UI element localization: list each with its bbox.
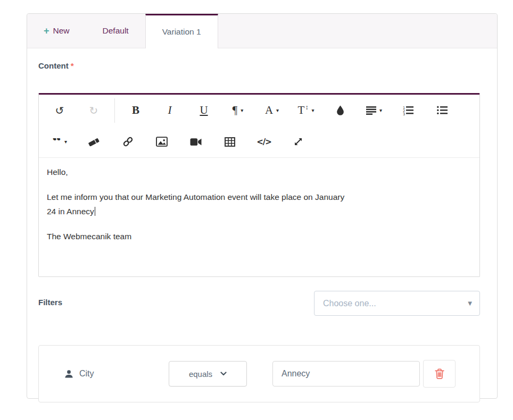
quote-icon: “ bbox=[52, 138, 61, 146]
underline-button[interactable]: U bbox=[188, 99, 219, 122]
redo-icon: ↻ bbox=[89, 104, 98, 117]
filter-value-input[interactable] bbox=[272, 361, 420, 387]
chevron-down-icon: ▾ bbox=[379, 107, 382, 113]
editor-content[interactable]: Hello, Let me inform you that our Market… bbox=[39, 158, 479, 276]
eraser-icon bbox=[88, 137, 100, 146]
tab-default[interactable]: Default bbox=[86, 14, 145, 48]
person-icon bbox=[64, 369, 73, 379]
fullscreen-button[interactable] bbox=[283, 130, 313, 154]
font-size-button[interactable]: T↕ ▾ bbox=[291, 99, 321, 122]
tab-variation-1-label: Variation 1 bbox=[162, 27, 201, 37]
unordered-list-button[interactable] bbox=[427, 99, 458, 122]
code-view-button[interactable]: </> bbox=[249, 130, 279, 154]
chevron-down-icon: ▾ bbox=[64, 139, 67, 145]
variants-panel: + New Default Variation 1 Content * ↺ bbox=[27, 13, 498, 399]
undo-button[interactable]: ↺ bbox=[44, 99, 75, 122]
tab-bar: + New Default Variation 1 bbox=[27, 14, 497, 48]
trash-icon bbox=[435, 368, 444, 379]
paragraph-icon: ¶ bbox=[233, 104, 238, 117]
italic-icon: I bbox=[168, 104, 172, 117]
content-label-text: Content bbox=[38, 61, 69, 70]
italic-button[interactable]: I bbox=[154, 99, 185, 122]
unordered-list-icon bbox=[437, 106, 448, 115]
droplet-icon bbox=[336, 105, 344, 115]
chevron-down-icon: ▾ bbox=[311, 107, 314, 113]
tab-variation-1[interactable]: Variation 1 bbox=[145, 14, 218, 48]
add-filter-placeholder: Choose one... bbox=[323, 299, 376, 308]
video-camera-icon bbox=[190, 138, 202, 146]
content-label: Content * bbox=[38, 61, 480, 70]
filters-label: Filters bbox=[38, 291, 62, 307]
code-icon: </> bbox=[256, 137, 271, 147]
rich-text-editor: ↺ ↻ B I U bbox=[38, 93, 480, 277]
insert-table-button[interactable] bbox=[214, 130, 245, 154]
tab-default-label: Default bbox=[103, 26, 129, 36]
delete-filter-button[interactable] bbox=[423, 360, 456, 388]
image-icon bbox=[156, 137, 168, 147]
toolbar-row-2: “ ▾ bbox=[39, 126, 479, 157]
chevron-down-icon bbox=[220, 372, 227, 376]
font-color-icon: A bbox=[265, 104, 273, 117]
tab-new[interactable]: + New bbox=[27, 14, 86, 48]
page: + New Default Variation 1 Content * ↺ bbox=[0, 0, 513, 420]
highlight-color-button[interactable] bbox=[325, 99, 355, 122]
font-size-icon: T↕ bbox=[298, 104, 309, 117]
required-asterisk: * bbox=[71, 61, 74, 70]
bold-button[interactable]: B bbox=[120, 99, 151, 122]
redo-button[interactable]: ↻ bbox=[78, 99, 109, 122]
underline-icon: U bbox=[200, 104, 208, 117]
filters-header: Filters Choose one... ▼ bbox=[38, 291, 480, 316]
filter-row-city: City equals bbox=[38, 345, 480, 402]
expand-arrows-icon bbox=[294, 137, 303, 146]
editor-toolbar: ↺ ↻ B I U bbox=[39, 95, 479, 158]
ordered-list-icon: 123 bbox=[403, 106, 413, 115]
toolbar-separator bbox=[114, 98, 115, 123]
filter-operator-value: equals bbox=[189, 369, 212, 379]
filter-field-name: City bbox=[79, 369, 94, 379]
text-cursor bbox=[95, 207, 95, 216]
table-icon bbox=[225, 137, 235, 147]
svg-text:3: 3 bbox=[403, 112, 405, 115]
font-color-button[interactable]: A ▾ bbox=[256, 99, 287, 122]
insert-video-button[interactable] bbox=[180, 130, 211, 154]
align-button[interactable]: ▾ bbox=[359, 99, 390, 122]
tab-new-label: New bbox=[53, 26, 70, 36]
chevron-down-icon: ▾ bbox=[276, 107, 279, 113]
toolbar-row-1: ↺ ↻ B I U bbox=[39, 95, 479, 126]
insert-image-button[interactable] bbox=[146, 130, 177, 154]
add-filter-select[interactable]: Choose one... ▼ bbox=[314, 291, 480, 316]
bold-icon: B bbox=[132, 104, 139, 117]
editor-paragraph-main: Let me inform you that our Marketing Aut… bbox=[47, 190, 471, 219]
paragraph-format-button[interactable]: ¶ ▾ bbox=[222, 99, 253, 122]
ordered-list-button[interactable]: 123 bbox=[393, 99, 424, 122]
insert-link-button[interactable] bbox=[112, 130, 143, 154]
editor-line-signature: The Webmecanik team bbox=[47, 229, 471, 243]
link-icon bbox=[122, 136, 134, 147]
align-left-icon bbox=[366, 106, 376, 115]
chevron-down-icon: ▾ bbox=[241, 107, 243, 113]
editor-line-greeting: Hello, bbox=[47, 165, 471, 179]
panel-body: Content * ↺ ↻ B bbox=[27, 48, 497, 402]
undo-icon: ↺ bbox=[55, 104, 64, 117]
plus-icon: + bbox=[44, 26, 49, 36]
quote-button[interactable]: “ ▾ bbox=[44, 130, 75, 154]
eraser-button[interactable] bbox=[78, 130, 109, 154]
filter-operator-select[interactable]: equals bbox=[169, 361, 247, 387]
dropdown-arrow-icon: ▼ bbox=[468, 300, 472, 306]
filter-field-label: City bbox=[64, 369, 169, 379]
